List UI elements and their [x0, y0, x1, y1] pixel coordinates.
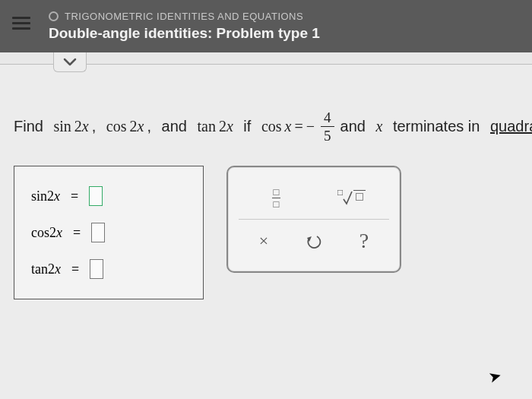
cos-arg: 2x — [130, 118, 144, 135]
expand-tab[interactable] — [53, 52, 87, 72]
xvar: x — [375, 118, 382, 135]
problem-prompt: Find sin 2x , cos 2x , and tan 2x if cos… — [14, 110, 518, 143]
tool-row-2: × ? — [239, 219, 389, 262]
hamburger-menu-icon[interactable] — [12, 14, 30, 29]
answer-box: sin2x = cos2x = tan2x = — [14, 166, 204, 299]
sin-arg: 2x — [74, 118, 89, 135]
undo-tool[interactable] — [295, 227, 333, 255]
chevron-down-icon — [63, 58, 77, 67]
fraction-4-5: 4 5 — [321, 110, 334, 143]
sep2: , — [147, 118, 151, 135]
quadrant-link[interactable]: quadrant — [490, 118, 532, 135]
math-toolbox: □ □ □ × — [226, 166, 401, 273]
cosx-x: x — [285, 118, 292, 135]
terminates: terminates in — [393, 118, 480, 135]
times-icon: × — [259, 231, 268, 251]
radicand-ph — [356, 193, 363, 201]
frac-num: 4 — [321, 110, 334, 127]
status-circle-icon — [49, 11, 59, 21]
if: if — [243, 118, 251, 135]
answer-row-tan: tan2x = — [31, 259, 186, 279]
breadcrumb-text: TRIGONOMETRIC IDENTITIES AND EQUATIONS — [65, 11, 303, 22]
work-row: sin2x = cos2x = tan2x = □ □ — [14, 166, 518, 299]
cursor-icon: ➤ — [486, 366, 504, 387]
subheader-bar — [0, 52, 532, 65]
row1-eq: = — [71, 188, 78, 204]
content-area: Find sin 2x , cos 2x , and tan 2x if cos… — [0, 65, 532, 399]
root-index-ph: □ — [337, 187, 343, 198]
cosx-fn: cos — [261, 118, 282, 135]
clear-tool[interactable]: × — [245, 227, 283, 255]
undo-icon — [306, 233, 322, 249]
nth-root-tool[interactable]: □ — [333, 184, 371, 211]
frac-den: 5 — [324, 127, 331, 143]
help-tool[interactable]: ? — [345, 227, 383, 255]
cos2x-input[interactable] — [91, 223, 105, 242]
and1: and — [162, 118, 187, 135]
tan-fn: tan — [197, 118, 215, 135]
breadcrumb: TRIGONOMETRIC IDENTITIES AND EQUATIONS — [49, 11, 520, 22]
row2-eq: = — [73, 225, 81, 241]
prompt-lead: Find — [14, 118, 43, 135]
and2: and — [340, 118, 366, 135]
help-icon: ? — [359, 229, 369, 253]
sin2x-input[interactable] — [89, 186, 103, 206]
sin-fn: sin — [53, 118, 71, 135]
tan-arg: 2x — [219, 118, 233, 135]
fraction-tool[interactable]: □ □ — [258, 184, 296, 211]
frac-ph-den: □ — [274, 198, 280, 209]
cos-fn: cos — [106, 118, 127, 135]
row3-eq: = — [71, 261, 79, 277]
page-title: Double-angle identities: Problem type 1 — [49, 25, 520, 42]
eq: = — [294, 118, 302, 135]
app-header: TRIGONOMETRIC IDENTITIES AND EQUATIONS D… — [0, 0, 532, 52]
row1-fn: sin — [31, 188, 47, 204]
neg: − — [306, 118, 315, 135]
answer-row-cos: cos2x = — [31, 223, 186, 242]
row2-fn: cos — [31, 225, 49, 240]
answer-row-sin: sin2x = — [31, 186, 186, 206]
frac-ph-num: □ — [272, 187, 281, 198]
row3-fn: tan — [31, 261, 48, 277]
tool-row-1: □ □ □ — [239, 176, 389, 219]
tan2x-input[interactable] — [90, 259, 103, 279]
sep1: , — [92, 118, 97, 135]
radical-icon — [343, 190, 353, 205]
